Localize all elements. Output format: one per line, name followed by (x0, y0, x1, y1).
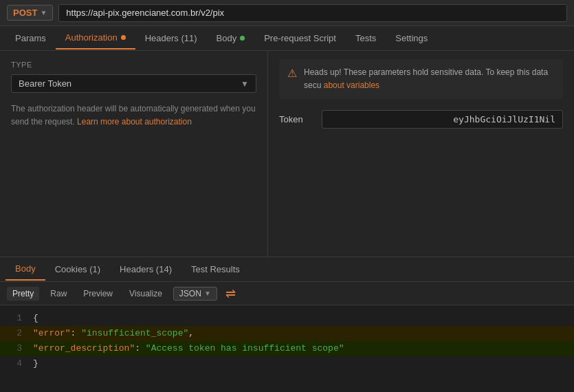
code-line-3: 3 "error_description": "Access token has… (0, 341, 574, 356)
tab-authorization[interactable]: Authorization (56, 27, 135, 50)
token-row: Token (279, 110, 563, 129)
code-view: 1 { 2 "error": "insufficient_scope", 3 "… (0, 305, 574, 392)
tab-params[interactable]: Params (5, 28, 56, 49)
line-content-4: } (33, 356, 38, 371)
type-select[interactable]: Bearer Token ▼ (11, 74, 256, 93)
resp-view-preview[interactable]: Preview (78, 287, 118, 301)
method-selector[interactable]: POST ▼ (7, 5, 53, 21)
code-line-4: 4 } (11, 356, 563, 371)
tab-headers[interactable]: Headers (11) (135, 28, 207, 49)
variables-link[interactable]: about variables (324, 80, 379, 90)
response-tab-bar: Body Cookies (1) Headers (14) Test Resul… (0, 257, 574, 282)
format-selector[interactable]: JSON ▼ (173, 287, 217, 301)
alert-text: Heads up! These parameters hold sensitiv… (304, 66, 555, 92)
authorization-dot (121, 35, 126, 40)
url-bar: POST ▼ (0, 0, 574, 26)
token-input[interactable] (322, 110, 563, 129)
url-input[interactable] (58, 4, 567, 22)
method-label: POST (13, 8, 37, 18)
tab-settings[interactable]: Settings (386, 28, 437, 49)
tab-tests[interactable]: Tests (346, 28, 386, 49)
line-content-3: "error_description": "Access token has i… (33, 341, 344, 356)
request-tab-bar: Params Authorization Headers (11) Body P… (0, 26, 574, 51)
method-chevron-icon: ▼ (40, 9, 47, 17)
line-num-4: 4 (11, 356, 22, 371)
line-content-1: { (33, 311, 38, 326)
auth-right-panel: ⚠ Heads up! These parameters hold sensit… (268, 51, 574, 257)
line-content-2: "error": "insufficient_scope", (33, 326, 194, 341)
line-num-1: 1 (11, 311, 22, 326)
code-line-2: 2 "error": "insufficient_scope", (0, 326, 574, 341)
alert-icon: ⚠ (287, 67, 297, 80)
resp-tab-cookies[interactable]: Cookies (1) (45, 259, 110, 280)
auth-left-panel: TYPE Bearer Token ▼ The authorization he… (0, 51, 268, 257)
learn-more-link[interactable]: Learn more about authorization (77, 117, 192, 127)
alert-box: ⚠ Heads up! These parameters hold sensit… (279, 59, 563, 99)
resp-tab-headers[interactable]: Headers (14) (110, 259, 181, 280)
main-content: TYPE Bearer Token ▼ The authorization he… (0, 51, 574, 257)
resp-tab-body[interactable]: Body (5, 258, 45, 281)
format-chevron-icon: ▼ (204, 290, 211, 297)
resp-view-raw[interactable]: Raw (45, 287, 72, 301)
format-label: JSON (179, 289, 201, 298)
resp-view-pretty[interactable]: Pretty (7, 287, 39, 301)
line-num-3: 3 (11, 341, 22, 356)
code-line-1: 1 { (11, 311, 563, 326)
response-content: Pretty Raw Preview Visualize JSON ▼ ⇌ 1 … (0, 282, 574, 392)
body-dot (240, 36, 245, 41)
resp-view-visualize[interactable]: Visualize (124, 287, 168, 301)
wrap-icon[interactable]: ⇌ (225, 286, 236, 301)
tab-body[interactable]: Body (207, 28, 255, 49)
type-label: TYPE (11, 61, 256, 69)
resp-tab-test-results[interactable]: Test Results (181, 259, 250, 280)
line-num-2: 2 (11, 326, 22, 341)
response-toolbar: Pretty Raw Preview Visualize JSON ▼ ⇌ (0, 282, 574, 305)
type-chevron-icon: ▼ (241, 79, 249, 89)
type-value: Bearer Token (19, 78, 71, 89)
auth-description: The authorization header will be automat… (11, 102, 256, 129)
tab-pre-request-script[interactable]: Pre-request Script (254, 28, 346, 49)
token-label: Token (279, 114, 313, 124)
